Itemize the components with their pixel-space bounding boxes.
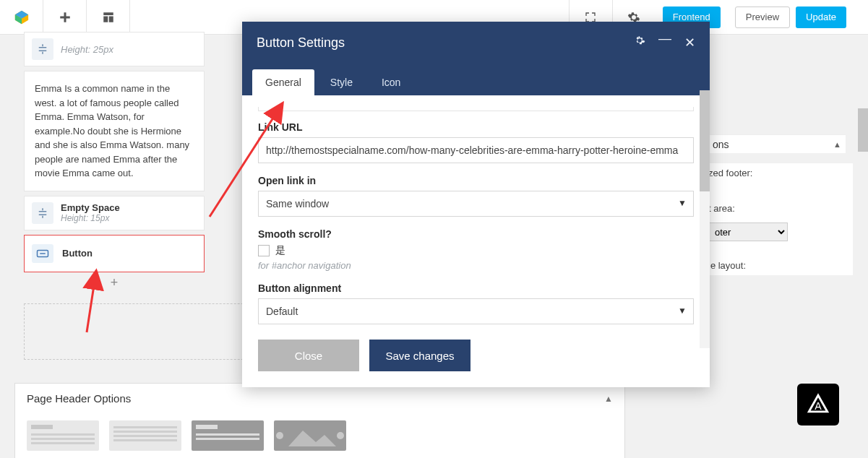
open-link-select[interactable]: Same window	[258, 191, 694, 217]
svg-rect-4	[60, 17, 70, 19]
save-changes-button[interactable]: Save changes	[369, 340, 470, 371]
smooth-scroll-label: Smooth scroll?	[258, 228, 694, 240]
svg-text:A: A	[815, 400, 822, 412]
header-layout-thumb-4[interactable]	[274, 420, 346, 451]
editor-column: Height: 25px Emma Is a common name in th…	[24, 32, 205, 294]
page-header-options-panel: Page Header Options ▲	[14, 383, 625, 458]
smooth-scroll-chk-label: 是	[275, 244, 285, 257]
smooth-scroll-hint: for #anchor navigation	[258, 260, 694, 271]
modal-title: Button Settings	[257, 35, 345, 51]
modal-minimize-icon[interactable]: —	[658, 35, 671, 51]
link-url-input[interactable]	[258, 137, 694, 163]
header-layout-thumb-3[interactable]	[192, 420, 264, 451]
modal-header: Button Settings — ✕	[242, 22, 710, 64]
footer-label: zed footer:	[708, 163, 853, 183]
pho-header[interactable]: Page Header Options ▲	[15, 384, 624, 413]
toolbar-left	[0, 0, 130, 34]
wpbakery-logo[interactable]	[0, 0, 43, 35]
preview-button[interactable]: Preview	[735, 7, 790, 28]
button-block-selected[interactable]: Button	[24, 235, 205, 272]
tab-icon[interactable]: Icon	[369, 69, 413, 95]
area-label: t area:	[708, 199, 853, 218]
close-button[interactable]: Close	[258, 340, 359, 371]
svg-rect-5	[103, 12, 113, 15]
pho-thumbnails	[15, 413, 624, 458]
button-block-icon	[32, 244, 53, 263]
text-block[interactable]: Emma Is a common name in the west. a lot…	[24, 71, 205, 191]
add-block-plus[interactable]: +	[24, 272, 205, 294]
button-settings-modal: Button Settings — ✕ General Style Icon L…	[242, 22, 710, 387]
collapse-icon[interactable]: ▲	[604, 394, 613, 404]
open-link-label: Open link in	[258, 175, 694, 186]
empty-space-icon	[32, 202, 53, 224]
empty-space-title-2: Empty Space	[61, 202, 120, 213]
modal-close-icon[interactable]: ✕	[684, 35, 695, 51]
svg-rect-6	[103, 17, 108, 22]
accessibility-badge[interactable]: A	[797, 384, 839, 425]
collapse-icon[interactable]: ▲	[833, 140, 841, 149]
svg-point-12	[337, 432, 344, 439]
button-block-label: Button	[62, 248, 93, 259]
empty-space-sub-2: Height: 15px	[61, 213, 120, 223]
right-panel: zed footer: t area: oter le layout:	[708, 163, 853, 275]
modal-tabs: General Style Icon	[242, 64, 710, 95]
pho-title: Page Header Options	[27, 392, 131, 405]
button-alignment-label: Button alignment	[258, 282, 694, 294]
add-element-button[interactable]	[43, 0, 87, 35]
empty-space-block-2[interactable]: Empty Space Height: 15px	[24, 196, 205, 230]
update-button[interactable]: Update	[796, 7, 846, 28]
modal-gear-icon[interactable]	[634, 35, 645, 51]
empty-space-icon	[32, 38, 53, 60]
svg-rect-7	[108, 17, 113, 22]
header-layout-thumb-1[interactable]	[27, 420, 99, 451]
smooth-scroll-checkbox[interactable]	[258, 245, 270, 256]
right-panel-header-fragment[interactable]: ons ▲	[708, 134, 846, 153]
modal-body: Link URL Open link in Same window ▼ Smoo…	[242, 95, 710, 328]
modal-scrollbar-thumb[interactable]	[700, 90, 710, 191]
header-layout-thumb-2[interactable]	[109, 420, 181, 451]
tab-style[interactable]: Style	[317, 69, 366, 95]
link-url-label: Link URL	[258, 121, 694, 133]
area-select[interactable]: oter	[708, 222, 788, 241]
button-alignment-select[interactable]: Default	[258, 298, 694, 324]
templates-button[interactable]	[87, 0, 130, 35]
empty-space-sub-1: Height: 25px	[61, 44, 113, 55]
modal-footer: Close Save changes	[242, 328, 710, 387]
svg-point-11	[276, 432, 283, 439]
svg-marker-10	[288, 431, 336, 446]
layout-label: le layout:	[708, 256, 853, 275]
tab-general[interactable]: General	[252, 69, 314, 95]
empty-space-block-1[interactable]: Height: 25px	[24, 32, 205, 66]
prev-field-bottom-edge	[258, 107, 694, 111]
page-scrollbar-thumb[interactable]	[858, 108, 868, 152]
